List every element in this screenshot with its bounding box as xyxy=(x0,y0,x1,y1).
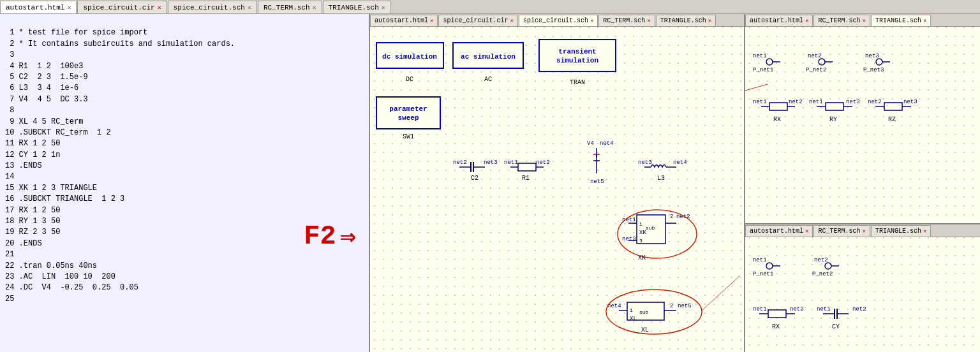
line-6: 6 L3 3 4 1e-6 xyxy=(5,84,78,92)
line-15: 15 XK 1 2 3 TRIANGLE xyxy=(5,184,97,193)
rb-tab-autostart[interactable]: autostart.html ✕ xyxy=(745,225,813,237)
line-24: 24 .DC V4 -0.25 0.25 0.05 xyxy=(5,283,138,292)
tab-autostart[interactable]: autostart.html ✕ xyxy=(0,1,77,13)
svg-text:net2: net2 xyxy=(868,99,882,105)
svg-text:TRAN: TRAN xyxy=(570,79,585,86)
line-5: 5 C2 2 3 1.5e-9 xyxy=(5,73,88,82)
line-19: 19 RZ 2 3 50 xyxy=(5,228,60,237)
line-18: 18 RY 1 3 50 xyxy=(5,217,60,226)
svg-line-65 xyxy=(702,275,740,311)
line-13: 13 .ENDS xyxy=(5,161,42,170)
editor-content[interactable]: 1 * test file for spice import 2 * It co… xyxy=(0,14,369,319)
rb-tab-rcterm[interactable]: RC_TERM.sch ✕ xyxy=(813,225,870,237)
rb-tab-label: autostart.html xyxy=(750,228,803,235)
rt-tab-close[interactable]: ✕ xyxy=(805,17,808,24)
svg-point-66 xyxy=(766,59,773,65)
svg-text:net3: net3 xyxy=(865,53,879,59)
tab-close-spice-cir[interactable]: ✕ xyxy=(158,4,161,11)
mid-tab-cir[interactable]: spice_circuit.cir ✕ xyxy=(438,15,517,26)
rt-tab-label: RC_TERM.sch xyxy=(818,17,860,24)
tab-rcterm[interactable]: RC_TERM.sch ✕ xyxy=(258,1,322,13)
rb-tab-triangle[interactable]: TRIANGLE.sch ✕ xyxy=(871,225,931,237)
tab-close-spice-sch[interactable]: ✕ xyxy=(248,4,251,11)
mid-tab-close-sch[interactable]: ✕ xyxy=(590,17,593,24)
rt-tab-close-triangle[interactable]: ✕ xyxy=(923,17,926,24)
mid-tab-label: RC_TERM.sch xyxy=(603,17,645,24)
svg-text:net3: net3 xyxy=(846,99,860,105)
right-top-tab-bar: autostart.html ✕ RC_TERM.sch ✕ TRIANGLE.… xyxy=(745,14,980,27)
mid-tab-close-cir[interactable]: ✕ xyxy=(510,17,513,24)
svg-text:RX: RX xyxy=(773,116,781,123)
svg-rect-24 xyxy=(518,163,536,171)
svg-point-70 xyxy=(819,59,825,65)
svg-text:AC: AC xyxy=(484,76,492,83)
line-3: 3 xyxy=(5,50,14,59)
main-content: 1 * test file for spice import 2 * It co… xyxy=(0,14,980,352)
rb-tab-close-rcterm[interactable]: ✕ xyxy=(862,228,865,235)
tab-spice-sch[interactable]: spice_circuit.sch ✕ xyxy=(168,1,257,13)
mid-tab-triangle[interactable]: TRIANGLE.sch ✕ xyxy=(656,15,716,26)
svg-text:P_net3: P_net3 xyxy=(863,67,884,73)
svg-text:DC: DC xyxy=(406,76,413,83)
svg-text:dc simulation: dc simulation xyxy=(382,53,437,61)
mid-tab-close-triangle[interactable]: ✕ xyxy=(708,17,711,24)
rt-tab-rcterm[interactable]: RC_TERM.sch ✕ xyxy=(813,15,870,26)
tab-triangle[interactable]: TRIANGLE.sch ✕ xyxy=(323,1,391,13)
svg-text:L3: L3 xyxy=(657,175,665,182)
svg-text:ac simulation: ac simulation xyxy=(461,53,516,61)
rcterm-schematic-svg: net1 P_net1 net2 P_net2 net1 net2 RX net… xyxy=(745,237,980,352)
tab-close-triangle[interactable]: ✕ xyxy=(382,4,385,11)
svg-text:net4: net4 xyxy=(600,140,614,147)
tab-close-rcterm[interactable]: ✕ xyxy=(313,4,316,11)
svg-rect-80 xyxy=(769,103,787,110)
line-8: 8 xyxy=(5,106,14,115)
svg-text:net1: net1 xyxy=(753,99,767,105)
svg-text:net1: net1 xyxy=(753,306,767,312)
svg-text:net4: net4 xyxy=(673,159,687,166)
mid-tab-autostart[interactable]: autostart.html ✕ xyxy=(370,15,438,26)
svg-text:net3: net3 xyxy=(484,159,498,166)
line-16: 16 .SUBCKT TRIANGLE 1 2 3 xyxy=(5,194,124,203)
middle-tab-bar: autostart.html ✕ spice_circuit.cir ✕ spi… xyxy=(370,14,744,27)
tab-label: autostart.html xyxy=(6,4,64,11)
rt-tab-close-rcterm[interactable]: ✕ xyxy=(862,17,865,24)
schematic-middle: autostart.html ✕ spice_circuit.cir ✕ spi… xyxy=(370,14,744,352)
svg-text:net1: net1 xyxy=(753,53,767,59)
line-17: 17 RX 1 2 50 xyxy=(5,206,60,215)
right-bottom-panel: autostart.html ✕ RC_TERM.sch ✕ TRIANGLE.… xyxy=(745,224,980,352)
rb-tab-close[interactable]: ✕ xyxy=(805,228,808,235)
line-12: 12 CY 1 2 1n xyxy=(5,150,60,159)
svg-text:net1: net1 xyxy=(809,99,823,105)
rb-tab-label: TRIANGLE.sch xyxy=(875,228,921,235)
svg-text:P_net2: P_net2 xyxy=(812,271,833,277)
rb-tab-close-triangle[interactable]: ✕ xyxy=(923,228,926,235)
svg-text:net2: net2 xyxy=(536,159,550,166)
f2-arrow-icon: ⇒ xyxy=(340,220,356,253)
rt-tab-autostart[interactable]: autostart.html ✕ xyxy=(745,15,813,26)
mid-tab-sch[interactable]: spice_circuit.sch ✕ xyxy=(519,15,598,26)
svg-point-101 xyxy=(825,263,831,269)
svg-text:2: 2 xyxy=(670,214,673,220)
svg-text:1: 1 xyxy=(639,221,642,227)
svg-text:simulation: simulation xyxy=(556,57,598,64)
tab-close-autostart[interactable]: ✕ xyxy=(67,4,71,11)
mid-tab-close[interactable]: ✕ xyxy=(430,17,433,24)
tab-label: spice_circuit.cir xyxy=(83,4,154,11)
rt-tab-triangle[interactable]: TRIANGLE.sch ✕ xyxy=(871,15,931,26)
svg-rect-92 xyxy=(884,103,902,110)
mid-tab-close-rcterm[interactable]: ✕ xyxy=(647,17,650,24)
svg-text:R1: R1 xyxy=(522,175,530,182)
svg-text:XK: XK xyxy=(638,254,646,261)
svg-text:net2: net2 xyxy=(814,257,828,263)
mid-tab-rcterm[interactable]: RC_TERM.sch ✕ xyxy=(598,15,655,26)
line-20: 20 .ENDS xyxy=(5,239,42,248)
mid-tab-label: TRIANGLE.sch xyxy=(660,17,706,24)
svg-text:sub: sub xyxy=(639,309,649,315)
svg-text:net1: net1 xyxy=(753,257,767,263)
svg-text:net2: net2 xyxy=(852,306,866,312)
tab-spice-cir[interactable]: spice_circuit.cir ✕ xyxy=(77,1,167,13)
svg-text:net2: net2 xyxy=(789,99,803,105)
svg-text:net5: net5 xyxy=(678,303,692,309)
triangle-schematic-svg: net1 P_net1 net2 P_net2 net3 P_net3 net1… xyxy=(745,27,980,224)
line-23: 23 .AC LIN 100 10 200 xyxy=(5,272,115,281)
